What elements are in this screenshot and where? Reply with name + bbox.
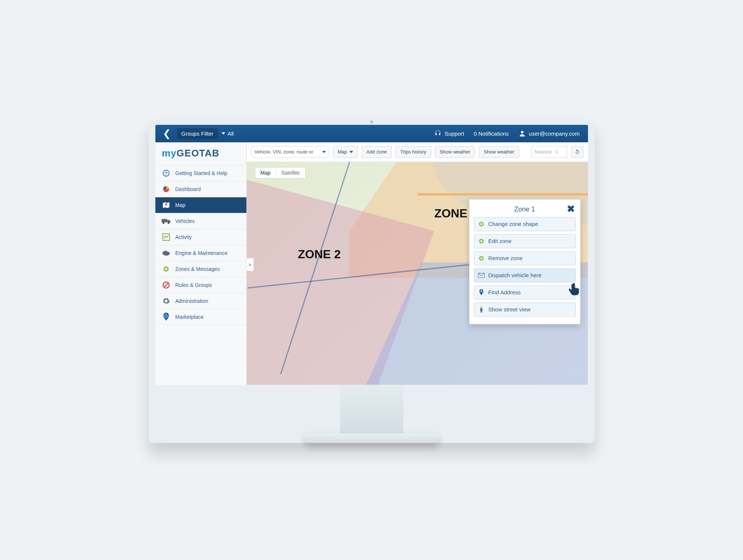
- headset-icon: [434, 130, 442, 137]
- pie-icon: [161, 185, 171, 193]
- sidebar-item-rules-groups[interactable]: Rules & Groups: [155, 277, 246, 293]
- popup-item-label: Change zone shape: [488, 221, 538, 227]
- notifications-label: 0 Notifications: [474, 130, 509, 137]
- popup-item-label: Find Address: [488, 289, 521, 295]
- cog-icon: [161, 297, 171, 305]
- svg-text:?: ?: [165, 170, 168, 176]
- chevron-down-icon: [349, 151, 353, 153]
- topbar: ❮ Groups Filter All Support 0 Notificati…: [155, 125, 588, 142]
- popup-item-label: Remove zone: [488, 255, 523, 261]
- user-email: user@company.com: [529, 130, 580, 137]
- map-area[interactable]: ZONE 1 ZONE 2 Map Satellite › Zone 1 ✖ C…: [247, 162, 588, 385]
- svg-line-12: [558, 152, 559, 153]
- sidebar: myGEOTAB ?Getting Started & HelpDashboar…: [155, 142, 247, 385]
- gear-green-icon: [478, 255, 485, 262]
- sidebar-item-marketplace[interactable]: Marketplace: [155, 309, 246, 325]
- sidebar-item-dashboard[interactable]: Dashboard: [155, 181, 246, 197]
- svg-point-5: [162, 222, 164, 224]
- sidebar-item-administration[interactable]: Administration: [155, 293, 246, 309]
- pin-blue-icon: [478, 289, 485, 296]
- svg-rect-20: [480, 311, 481, 313]
- sidebar-item-engine-maintenance[interactable]: Engine & Maintenance: [155, 245, 246, 261]
- refresh-icon: [574, 149, 580, 155]
- camera-dot: [370, 120, 373, 123]
- popup-item-label: Show street view: [488, 306, 530, 313]
- sidebar-item-label: Vehicles: [175, 218, 195, 224]
- engine-icon: [161, 249, 171, 257]
- nearest-input[interactable]: Nearest: [532, 146, 567, 158]
- notifications-link[interactable]: 0 Notifications: [471, 130, 512, 137]
- app-body: myGEOTAB ?Getting Started & HelpDashboar…: [155, 142, 588, 385]
- map-btn-label: Map: [338, 149, 347, 155]
- svg-point-3: [165, 203, 167, 205]
- groups-filter-dropdown[interactable]: Groups Filter: [177, 128, 218, 139]
- gear-green-icon: [478, 238, 485, 245]
- svg-line-10: [164, 283, 168, 287]
- popup-item-label: Dispatch vehicle here: [488, 272, 542, 278]
- refresh-button[interactable]: [571, 146, 584, 158]
- all-dropdown[interactable]: All: [222, 130, 234, 137]
- chevron-down-icon: [222, 132, 225, 135]
- back-button[interactable]: ❮: [161, 128, 173, 139]
- trips-history-button[interactable]: Trips history: [395, 146, 431, 158]
- close-icon[interactable]: ✖: [567, 203, 575, 215]
- add-zone-button[interactable]: Add zone: [362, 146, 392, 158]
- svg-rect-4: [161, 219, 167, 222]
- show-weather-button-1[interactable]: Show weather: [435, 146, 475, 158]
- sidebar-item-map[interactable]: Map: [155, 197, 246, 213]
- gear-green-icon: [478, 221, 485, 227]
- chart-icon: [161, 233, 171, 241]
- popup-item-change-zone-shape[interactable]: Change zone shape: [474, 217, 576, 231]
- search-placeholder: Vehicle, VIN, zone, route or: [255, 149, 319, 155]
- logo-my: my: [162, 148, 177, 159]
- map-view-dropdown[interactable]: Map: [333, 146, 358, 158]
- sidebar-item-activity[interactable]: Activity: [155, 229, 246, 245]
- map-type-map[interactable]: Map: [255, 168, 276, 178]
- support-link[interactable]: Support: [431, 130, 467, 137]
- sidebar-item-label: Activity: [175, 234, 192, 240]
- popup-item-show-street-view[interactable]: Show street view: [474, 302, 576, 317]
- map-icon: [161, 201, 171, 209]
- svg-point-0: [521, 131, 523, 133]
- user-icon: [519, 130, 526, 137]
- sidebar-item-label: Map: [175, 202, 185, 208]
- sidebar-item-getting-started-help[interactable]: ?Getting Started & Help: [155, 165, 246, 181]
- svg-point-18: [480, 306, 482, 308]
- popup-item-find-address[interactable]: Find Address: [474, 285, 576, 300]
- main: Vehicle, VIN, zone, route or Map Add zon…: [247, 142, 588, 385]
- pointer-cursor-icon: [566, 282, 582, 298]
- mail-icon: [478, 272, 485, 279]
- popup-item-edit-zone[interactable]: Edit zone: [474, 234, 576, 248]
- show-weather-button-2[interactable]: Show weather: [479, 146, 519, 158]
- nav-list: ?Getting Started & HelpDashboardMapVehic…: [155, 165, 246, 325]
- app-screen: ❮ Groups Filter All Support 0 Notificati…: [155, 125, 588, 385]
- search-icon: [555, 149, 559, 154]
- popup-item-remove-zone[interactable]: Remove zone: [474, 251, 576, 265]
- svg-point-13: [480, 223, 482, 225]
- svg-point-11: [555, 150, 558, 153]
- search-input[interactable]: Vehicle, VIN, zone, route or: [251, 146, 329, 158]
- sidebar-collapse-handle[interactable]: ›: [247, 258, 254, 271]
- sidebar-item-label: Zones & Messages: [175, 266, 220, 272]
- user-menu[interactable]: user@company.com: [516, 130, 583, 137]
- sidebar-item-zones-messages[interactable]: Zones & Messages: [155, 261, 246, 277]
- toolbar: Vehicle, VIN, zone, route or Map Add zon…: [247, 142, 588, 162]
- sidebar-item-label: Marketplace: [175, 314, 204, 320]
- all-label: All: [227, 130, 234, 137]
- map-type-toggle: Map Satellite: [255, 167, 306, 178]
- sidebar-item-label: Dashboard: [175, 186, 201, 192]
- popup-item-dispatch-vehicle-here[interactable]: Dispatch vehicle here: [474, 268, 576, 282]
- no-icon: [161, 281, 171, 289]
- support-label: Support: [445, 130, 464, 137]
- map-type-satellite[interactable]: Satellite: [276, 168, 305, 178]
- sidebar-item-label: Getting Started & Help: [175, 170, 227, 176]
- svg-point-6: [168, 222, 169, 224]
- popup-title: Zone 1: [514, 205, 535, 213]
- popup-item-label: Edit zone: [488, 238, 512, 244]
- sidebar-item-vehicles[interactable]: Vehicles: [155, 213, 246, 229]
- sidebar-item-label: Administration: [175, 298, 209, 304]
- svg-point-17: [480, 290, 482, 292]
- svg-point-8: [165, 268, 167, 270]
- nearest-placeholder: Nearest: [535, 149, 552, 155]
- sidebar-item-label: Rules & Groups: [175, 282, 212, 288]
